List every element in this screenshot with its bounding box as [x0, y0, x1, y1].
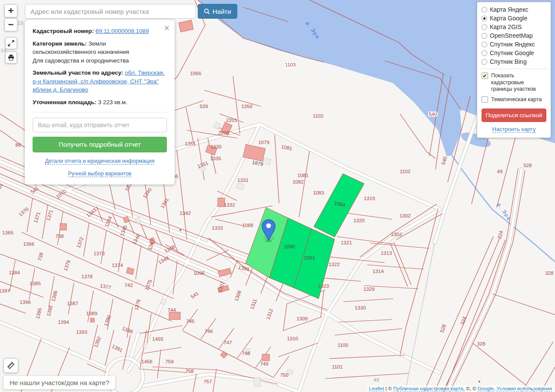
radio-icon[interactable] [482, 24, 487, 30]
layers-panel: Карта ЯндексКарта GoogleКарта 2GISOpenSt… [477, 2, 551, 138]
parcel-number-label: 738 [55, 234, 63, 239]
layer-option-label: Карта Яндекс [490, 6, 528, 13]
parcel-number-label: 1103 [285, 62, 296, 67]
print-button[interactable] [5, 52, 17, 63]
parcel-number-label: 1393 [76, 329, 87, 335]
layer-option-3[interactable]: Карта 2GIS [482, 23, 546, 30]
layer-option-1[interactable]: Карта Яндекс [482, 6, 546, 13]
parcel-number-label: 1366 [23, 241, 34, 247]
google-link[interactable]: Google [478, 386, 494, 392]
parcel-number-label: 328 [477, 341, 485, 346]
parcel-number-label: 1365 [2, 230, 13, 235]
layer-toggle-2[interactable]: Тематическая карта [482, 96, 546, 103]
terms-link[interactable]: Условия использования [496, 386, 552, 392]
parcel-number-label: 539 [199, 104, 208, 109]
parcel-info-panel: × Кадастровый номер: 69:11:0000008:1089 … [25, 20, 175, 184]
radio-icon[interactable] [482, 42, 487, 47]
parcel-number-label: 749 [260, 361, 268, 366]
layer-option-label: Спутник Bing [490, 58, 527, 65]
parcel-number-label: 1385 [30, 281, 41, 286]
parcel-number-label: 1332 [224, 202, 235, 208]
leaflet-link[interactable]: Leaflet [369, 386, 384, 392]
print-icon [8, 54, 14, 61]
radio-icon[interactable] [482, 59, 487, 65]
layer-options: Карта ЯндексКарта GoogleКарта 2GISOpenSt… [482, 6, 546, 65]
layer-option-label: Спутник Яндекс [490, 41, 535, 48]
layer-option-6[interactable]: Спутник Google [482, 49, 546, 56]
get-report-button[interactable]: Получить подробный отчет [33, 137, 167, 152]
parcel-number-label: 1081 [297, 173, 309, 178]
radio-icon[interactable] [482, 33, 487, 39]
close-icon[interactable]: × [164, 23, 169, 33]
parcel-number-label: 1090 [284, 244, 295, 249]
parcel-number-label: 1313 [381, 250, 392, 256]
layer-option-5[interactable]: Спутник Яндекс [482, 41, 546, 48]
parcel-number-label: 528 [523, 163, 532, 168]
parcel-number-label: 748 [242, 351, 250, 356]
radio-selected-icon[interactable] [482, 16, 487, 21]
parcel-number-label: 1330 [355, 305, 366, 310]
parcel-number-label: 1456 [141, 359, 153, 364]
parcel-number-label: 86 [16, 142, 21, 148]
search-button[interactable]: Найти [198, 4, 237, 19]
cadastral-source-link[interactable]: Публичная кадастровая карта [393, 386, 463, 392]
parcel-number-label: 1350 [241, 104, 253, 109]
address-row: Земельный участок по адресу: обл. Тверск… [33, 69, 167, 94]
zoom-in-button[interactable]: + [4, 4, 17, 17]
fullscreen-button[interactable] [5, 37, 17, 49]
cadastral-number-link[interactable]: 69:11:0000008:1089 [96, 28, 149, 34]
parcel-number-label: 1319 [364, 196, 375, 201]
parcel-number-label: 759 [165, 359, 173, 364]
checkbox-checked-icon[interactable]: ✔ [482, 72, 488, 79]
parcel-number-label: 1091 [304, 255, 315, 260]
parcel-number-label: 746 [204, 329, 213, 334]
parcel-number-label: 1088 [242, 223, 253, 228]
configure-map-link[interactable]: Настроить карту [492, 126, 536, 133]
parcel-number-label: 1102 [313, 113, 324, 119]
parcel-number-label: 1331 [237, 178, 249, 183]
manual-select-link[interactable]: Ручной выбор вариантов [68, 171, 132, 177]
email-field[interactable] [33, 118, 167, 132]
measure-tool-button[interactable] [3, 358, 18, 373]
parcel-number-label: 1394 [58, 320, 69, 325]
parcel-number-label: 744 [167, 307, 176, 313]
address-label: Земельный участок по адресу: [33, 69, 123, 76]
search-input[interactable] [25, 4, 196, 19]
divider [480, 69, 548, 69]
layer-option-label: Карта 2GIS [490, 23, 522, 30]
parcel-number-label: 1397 [0, 288, 10, 293]
parcel-number-label: 1329 [363, 287, 375, 292]
parcel-number-label: 1342 [179, 211, 191, 216]
parcel-number-label: 1321 [341, 240, 352, 245]
area-value: 3 223 кв.м. [98, 99, 127, 105]
checkbox-icon[interactable] [482, 96, 488, 103]
parcel-number-label: 328 [545, 270, 553, 276]
layer-option-label: Спутник Google [490, 49, 534, 56]
parcel-number-label: 1396 [20, 300, 31, 305]
category-label: Категория земель: [33, 40, 87, 47]
parcel-number-label: 1309 [296, 316, 308, 321]
share-link-button[interactable]: Поделиться ссылкой [482, 109, 546, 122]
parcel-number-label: 49 [374, 377, 379, 382]
radio-icon[interactable] [482, 50, 487, 56]
search-button-label: Найти [213, 8, 231, 15]
parcel-number-label: 49 [497, 169, 503, 174]
parcel-number-label: 2201 [226, 118, 237, 123]
parcel-number-label: 2200 [218, 130, 229, 135]
cadastral-map-app: 15144910891090109110841879р. Эрар. Эра54… [0, 0, 555, 392]
layer-option-7[interactable]: Спутник Bing [482, 58, 546, 65]
parcel-number-label: 1082 [292, 179, 304, 184]
parcel-number-label: 758 [185, 369, 193, 374]
layer-toggle-label: Показать кадастровые границы участков [491, 72, 546, 93]
parcel-number-label: 1310 [287, 336, 298, 341]
radio-icon[interactable] [482, 7, 487, 13]
parcel-number-label: 1351 [185, 141, 196, 146]
divider [30, 112, 169, 112]
zoom-out-button[interactable]: − [4, 18, 17, 31]
parcel-number-label: 1314 [372, 269, 384, 274]
layer-option-4[interactable]: OpenStreetMap [482, 32, 546, 39]
layer-option-2[interactable]: Карта Google [482, 15, 546, 22]
layer-toggle-1[interactable]: ✔Показать кадастровые границы участков [482, 72, 546, 93]
report-details-link[interactable]: Детали отчета и юридическая информация [45, 158, 155, 165]
parcel-not-found-bar[interactable]: Не нашли участок/дом на карте? [3, 376, 115, 389]
